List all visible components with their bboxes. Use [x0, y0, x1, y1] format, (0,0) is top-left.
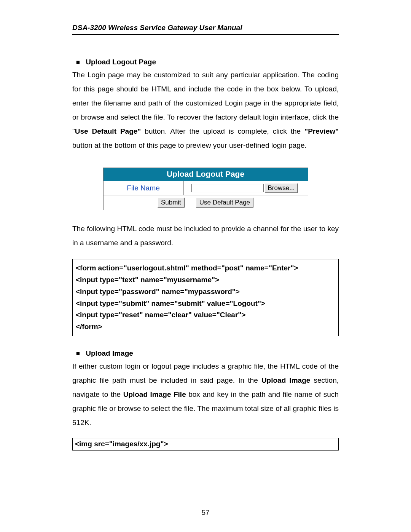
- page-number: 57: [0, 508, 411, 517]
- file-name-label: File Name: [104, 181, 184, 195]
- text-run-bold: Use Default Page": [75, 127, 141, 135]
- text-run-bold: "Preview": [304, 127, 339, 135]
- code-line: <input type="submit" name="submit" value…: [76, 298, 335, 310]
- submit-button[interactable]: Submit: [158, 198, 185, 208]
- after-panel-paragraph: The following HTML code must be included…: [72, 222, 339, 250]
- section1-paragraph: The Login page may be customized to suit…: [72, 68, 339, 152]
- code-line: <input type="text" name="myusername">: [76, 274, 335, 286]
- text-run: button. After the upload is complete, cl…: [141, 127, 304, 135]
- use-default-page-button[interactable]: Use Default Page: [196, 198, 253, 208]
- section-heading-text: Upload Logout Page: [86, 58, 156, 66]
- square-bullet-icon: ■: [72, 350, 84, 358]
- text-run-bold: Upload Image File: [123, 390, 186, 398]
- section2-paragraph: If either custom login or logout page in…: [72, 359, 339, 430]
- code-line: <form action="userlogout.shtml" method="…: [76, 262, 335, 274]
- section-heading-upload-logout: ■ Upload Logout Page: [72, 58, 339, 66]
- square-bullet-icon: ■: [72, 59, 84, 66]
- file-name-input[interactable]: [191, 184, 264, 192]
- section-heading-text: Upload Image: [86, 349, 133, 357]
- section-heading-upload-image: ■ Upload Image: [72, 349, 339, 358]
- page-header: DSA-3200 Wireless Service Gateway User M…: [72, 24, 339, 35]
- file-name-row: File Name Browse...: [104, 181, 308, 195]
- text-run-bold: Upload Image: [261, 376, 310, 384]
- code-box-form: <form action="userlogout.shtml" method="…: [72, 259, 339, 336]
- file-input-cell: Browse...: [184, 183, 308, 193]
- text-run: The Login page may be customized to suit…: [72, 71, 339, 135]
- code-line: <input type="reset" name="clear" value="…: [76, 309, 335, 321]
- panel-title: Upload Logout Page: [104, 168, 308, 181]
- code-line: <img src="images/xx.jpg">: [75, 439, 336, 449]
- code-line: <input type="password" name="mypassword"…: [76, 286, 335, 298]
- text-run: button at the bottom of this page to pre…: [72, 141, 307, 149]
- code-line: </form>: [76, 321, 335, 333]
- browse-button[interactable]: Browse...: [264, 183, 298, 193]
- panel-buttons-row: Submit Use Default Page: [104, 195, 308, 210]
- code-box-img: <img src="images/xx.jpg">: [72, 438, 339, 451]
- upload-logout-panel: Upload Logout Page File Name Browse... S…: [103, 168, 308, 210]
